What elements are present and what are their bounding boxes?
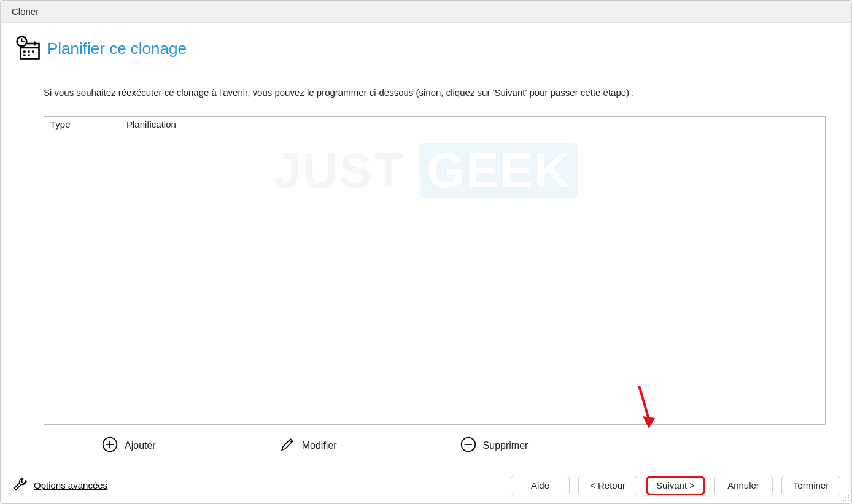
wizard-buttons: Aide < Retour Suivant > Annuler Terminer <box>511 476 840 495</box>
edit-label: Modifier <box>302 440 337 451</box>
delete-button[interactable]: Supprimer <box>460 436 529 456</box>
wrench-icon <box>12 476 29 495</box>
column-type[interactable]: Type <box>44 117 120 134</box>
window-title: Cloner <box>12 6 39 17</box>
next-button[interactable]: Suivant > <box>646 476 705 495</box>
advanced-options-link[interactable]: Options avancées <box>12 476 107 495</box>
column-planification[interactable]: Planification <box>120 117 825 134</box>
advanced-options-label: Options avancées <box>34 480 107 490</box>
back-button[interactable]: < Retour <box>578 476 637 495</box>
add-button[interactable]: Ajouter <box>101 436 156 456</box>
edit-button[interactable]: Modifier <box>279 436 337 456</box>
help-button[interactable]: Aide <box>511 476 570 495</box>
svg-rect-8 <box>28 55 30 57</box>
page-title: Planifier ce clonage <box>47 39 187 58</box>
plus-circle-icon <box>101 436 118 456</box>
finish-button[interactable]: Terminer <box>781 476 840 495</box>
main-content: Planifier ce clonage Si vous souhaitez r… <box>1 23 851 467</box>
svg-rect-6 <box>32 50 34 53</box>
page-header: Planifier ce clonage <box>15 35 837 63</box>
minus-circle-icon <box>460 436 477 456</box>
add-label: Ajouter <box>125 440 156 451</box>
table-header: Type Planification <box>44 117 825 134</box>
schedule-clock-icon <box>15 35 41 63</box>
schedule-table[interactable]: Type Planification <box>44 116 826 425</box>
svg-rect-7 <box>23 55 26 57</box>
action-buttons-row: Ajouter Modifier Supprimer <box>101 436 837 456</box>
pencil-icon <box>279 436 296 456</box>
svg-rect-4 <box>23 50 26 53</box>
delete-label: Supprimer <box>483 440 529 451</box>
svg-rect-5 <box>28 50 30 53</box>
window-titlebar: Cloner <box>1 1 851 23</box>
footer-bar: Options avancées Aide < Retour Suivant >… <box>1 467 851 503</box>
instruction-text: Si vous souhaitez réexécuter ce clonage … <box>44 87 837 98</box>
cancel-button[interactable]: Annuler <box>714 476 773 495</box>
